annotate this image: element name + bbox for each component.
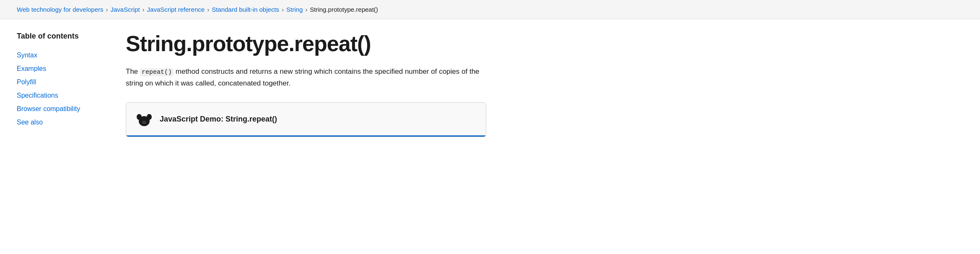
breadcrumb: Web technology for developers › JavaScri… [0,0,980,19]
sidebar-item-specifications[interactable]: Specifications [17,89,109,102]
breadcrumb-current: String.prototype.repeat() [310,6,378,13]
code-snippet: repeat() [140,68,174,76]
demo-title: JavaScript Demo: String.repeat() [160,115,277,124]
demo-header: JavaScript Demo: String.repeat() [126,103,486,137]
sidebar-title: Table of contents [17,32,109,41]
breadcrumb-item-web-tech[interactable]: Web technology for developers [17,6,104,13]
sidebar-item-see-also[interactable]: See also [17,116,109,129]
sidebar: Table of contents Syntax Examples Polyfi… [17,32,109,137]
breadcrumb-separator-5: › [305,6,307,13]
page-title: String.prototype.repeat() [126,32,503,56]
sidebar-nav: Syntax Examples Polyfill Specifications … [17,49,109,129]
breadcrumb-item-builtin[interactable]: Standard built-in objects [212,6,279,13]
breadcrumb-item-string[interactable]: String [286,6,303,13]
demo-box: JavaScript Demo: String.repeat() [126,102,486,137]
breadcrumb-separator-4: › [282,6,284,13]
sidebar-item-examples[interactable]: Examples [17,62,109,75]
description-text-after-code: method constructs and returns a new stri… [126,67,480,87]
description-text-before-code: The [126,67,140,75]
main-layout: Table of contents Syntax Examples Polyfi… [0,19,587,150]
sidebar-item-polyfill[interactable]: Polyfill [17,76,109,88]
breadcrumb-separator-2: › [143,6,145,13]
svg-point-4 [142,121,146,124]
page-description: The repeat() method constructs and retur… [126,66,486,89]
breadcrumb-separator-3: › [207,6,209,13]
page-content: String.prototype.repeat() The repeat() m… [126,32,503,137]
sidebar-item-syntax[interactable]: Syntax [17,49,109,62]
breadcrumb-item-js-reference[interactable]: JavaScript reference [147,6,205,13]
sidebar-item-browser-compat[interactable]: Browser compatibility [17,103,109,115]
breadcrumb-separator-1: › [106,6,108,13]
demo-icon [135,109,154,129]
breadcrumb-item-javascript[interactable]: JavaScript [111,6,140,13]
